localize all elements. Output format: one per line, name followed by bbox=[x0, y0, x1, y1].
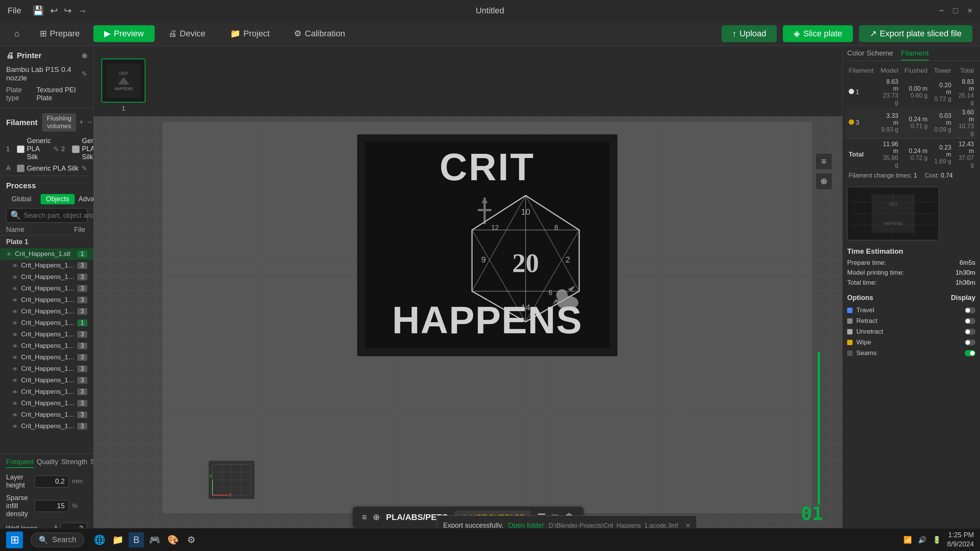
tree-item-1[interactable]: 👁 Crit_Happens_1.stl_1 3 bbox=[0, 260, 93, 271]
freq-tab-frequent[interactable]: Frequent bbox=[6, 457, 34, 468]
plate-thumb-1[interactable]: CRIT HAPPENS 1 bbox=[101, 59, 145, 112]
filament-1-edit[interactable]: ✎ bbox=[53, 145, 59, 153]
eye-icon-5[interactable]: 👁 bbox=[12, 308, 18, 315]
network-icon[interactable]: 📶 bbox=[903, 536, 912, 544]
taskbar-edge-icon[interactable]: 🌐 bbox=[92, 532, 107, 548]
unretract-label: Unretract bbox=[856, 328, 961, 336]
filament-tab[interactable]: Filament bbox=[901, 49, 929, 60]
tree-item-8[interactable]: 👁 Crit_Happens_1.stl_8 3 bbox=[0, 340, 93, 352]
add-filament-icon[interactable]: + bbox=[79, 118, 84, 127]
tree-item-9[interactable]: 👁 Crit_Happens_1.stl_9 3 bbox=[0, 352, 93, 363]
taskbar-explorer-icon[interactable]: 📁 bbox=[110, 532, 126, 548]
eye-icon-1[interactable]: 👁 bbox=[12, 262, 18, 269]
tree-item-3[interactable]: 👁 Crit_Happens_1.stl_3 3 bbox=[0, 283, 93, 294]
taskbar-app-1[interactable]: B bbox=[129, 532, 144, 548]
seams-toggle[interactable] bbox=[965, 350, 975, 356]
objects-tab[interactable]: Objects bbox=[41, 194, 75, 204]
slice-button[interactable]: ◈ Slice plate bbox=[783, 25, 853, 42]
file-menu[interactable]: File bbox=[8, 6, 21, 16]
prepare-tab[interactable]: ⊞ Prepare bbox=[29, 25, 90, 42]
eye-icon-9[interactable]: 👁 bbox=[12, 354, 18, 361]
filament-2-item[interactable]: 2 Generic PLA Silk ✎ bbox=[61, 137, 94, 161]
taskbar-app-4[interactable]: ⚙ bbox=[184, 532, 199, 548]
calibration-tab[interactable]: ⚙ Calibration bbox=[283, 25, 356, 42]
eye-icon-4[interactable]: 👁 bbox=[12, 297, 18, 303]
preview-tab[interactable]: ▶ Preview bbox=[93, 25, 154, 42]
printer-edit-icon[interactable]: ✎ bbox=[82, 70, 87, 78]
upload-button[interactable]: ↑ Upload bbox=[722, 25, 777, 42]
vp-tool-2[interactable]: ⊕ bbox=[815, 173, 832, 190]
options-header: Options Display bbox=[847, 294, 975, 302]
save-icon[interactable]: 💾 bbox=[33, 5, 44, 16]
taskbar-search[interactable]: 🔍 Search bbox=[31, 533, 84, 547]
item-badge-9: 3 bbox=[77, 354, 87, 361]
plate-type-row[interactable]: Plate type Textured PEI Plate bbox=[0, 85, 93, 106]
export-button[interactable]: ↗ Export plate sliced file bbox=[859, 25, 972, 42]
item-name-12: Crit_Happens_1.stl_12 bbox=[21, 388, 75, 396]
layer-settings-icon[interactable]: ⊕ bbox=[373, 512, 380, 522]
travel-toggle[interactable] bbox=[965, 307, 975, 313]
taskbar-app-2[interactable]: 🎮 bbox=[147, 532, 162, 548]
project-tab[interactable]: 📁 Project bbox=[219, 25, 280, 42]
vp-tool-1[interactable]: ≡ bbox=[815, 153, 832, 170]
tree-item-13[interactable]: 👁 Crit_Happens_1.stl_13 3 bbox=[0, 398, 93, 409]
undo-icon[interactable]: ↩ bbox=[50, 5, 58, 16]
tree-item-11[interactable]: 👁 Crit_Happens_1.stl_11 3 bbox=[0, 375, 93, 386]
remove-filament-icon[interactable]: − bbox=[87, 118, 92, 127]
layer-icon[interactable]: ≡ bbox=[362, 512, 367, 522]
eye-icon-0[interactable]: 👁 bbox=[6, 251, 12, 258]
printer-settings-icon[interactable]: ⊕ bbox=[82, 52, 87, 60]
search-input[interactable] bbox=[24, 212, 94, 220]
eye-icon-13[interactable]: 👁 bbox=[12, 400, 18, 407]
taskbar-clock[interactable]: 1:25 PM 8/9/2024 bbox=[947, 531, 974, 549]
tree-item-0[interactable]: 👁 Crit_Happens_1.stl 1 bbox=[0, 248, 93, 260]
eye-icon-7[interactable]: 👁 bbox=[12, 331, 18, 338]
tree-item-12[interactable]: 👁 Crit_Happens_1.stl_12 3 bbox=[0, 386, 93, 398]
eye-icon-11[interactable]: 👁 bbox=[12, 377, 18, 384]
freq-tab-strength[interactable]: Strength bbox=[61, 457, 87, 468]
freq-tab-speed[interactable]: Speed bbox=[90, 457, 94, 468]
eye-icon-15[interactable]: 👁 bbox=[12, 423, 18, 430]
tree-item-10[interactable]: 👁 Crit_Happens_1.stl_10 3 bbox=[0, 363, 93, 375]
printer-name-row[interactable]: Bambu Lab P1S 0.4 nozzle ✎ bbox=[0, 63, 93, 85]
minimize-button[interactable]: − bbox=[939, 6, 944, 16]
flushing-volumes-button[interactable]: Flushing volumes bbox=[42, 113, 76, 132]
sparse-infill-row: Sparse infill density % bbox=[6, 494, 87, 518]
eye-icon-14[interactable]: 👁 bbox=[12, 412, 18, 418]
home-button[interactable]: ⌂ bbox=[8, 24, 26, 43]
taskbar-app-3[interactable]: 🎨 bbox=[165, 532, 181, 548]
freq-tab-quality[interactable]: Quality bbox=[37, 457, 58, 468]
retract-toggle[interactable] bbox=[965, 318, 975, 324]
layer-height-input[interactable] bbox=[34, 476, 69, 487]
viewport[interactable]: CRIT HAPPENS 1 Bambu Textured PEI Plate bbox=[94, 46, 842, 551]
device-tab[interactable]: 🖨 Device bbox=[158, 25, 216, 42]
unretract-toggle[interactable] bbox=[965, 329, 975, 335]
tree-item-7[interactable]: 👁 Crit_Happens_1.stl_7 3 bbox=[0, 329, 93, 340]
sound-icon[interactable]: 🔊 bbox=[918, 536, 926, 544]
start-button[interactable]: ⊞ bbox=[6, 531, 23, 548]
filament-3-item[interactable]: A Generic PLA Silk ✎ bbox=[6, 164, 87, 173]
eye-icon-2[interactable]: 👁 bbox=[12, 274, 18, 280]
color-scheme-tab[interactable]: Color Scheme bbox=[847, 49, 893, 60]
tree-item-15[interactable]: 👁 Crit_Happens_1.stl_15 3 bbox=[0, 421, 93, 432]
battery-icon[interactable]: 🔋 bbox=[933, 536, 941, 544]
sparse-infill-input[interactable] bbox=[34, 500, 69, 512]
fwd-icon[interactable]: → bbox=[78, 5, 87, 16]
filament-3-edit[interactable]: ✎ bbox=[82, 164, 87, 173]
close-button[interactable]: × bbox=[967, 6, 972, 16]
redo-icon[interactable]: ↪ bbox=[64, 5, 72, 16]
filament-1-item[interactable]: 1 Generic PLA Silk ✎ bbox=[6, 137, 59, 161]
global-tab[interactable]: Global bbox=[6, 194, 37, 204]
eye-icon-6[interactable]: 👁 bbox=[12, 320, 18, 326]
wipe-toggle[interactable] bbox=[965, 339, 975, 346]
eye-icon-8[interactable]: 👁 bbox=[12, 343, 18, 349]
eye-icon-12[interactable]: 👁 bbox=[12, 389, 18, 395]
tree-item-4[interactable]: 👁 Crit_Happens_1.stl_4 3 bbox=[0, 294, 93, 306]
tree-item-2[interactable]: 👁 Crit_Happens_1.stl_2 3 bbox=[0, 271, 93, 283]
eye-icon-10[interactable]: 👁 bbox=[12, 366, 18, 372]
eye-icon-3[interactable]: 👁 bbox=[12, 285, 18, 292]
tree-item-6[interactable]: 👁 Crit_Happens_1.stl_6 1 bbox=[0, 317, 93, 329]
tree-item-5[interactable]: 👁 Crit_Happens_1.stl_5 3 bbox=[0, 306, 93, 317]
tree-item-14[interactable]: 👁 Crit_Happens_1.stl_14 3 bbox=[0, 409, 93, 421]
maximize-button[interactable]: □ bbox=[953, 6, 958, 16]
